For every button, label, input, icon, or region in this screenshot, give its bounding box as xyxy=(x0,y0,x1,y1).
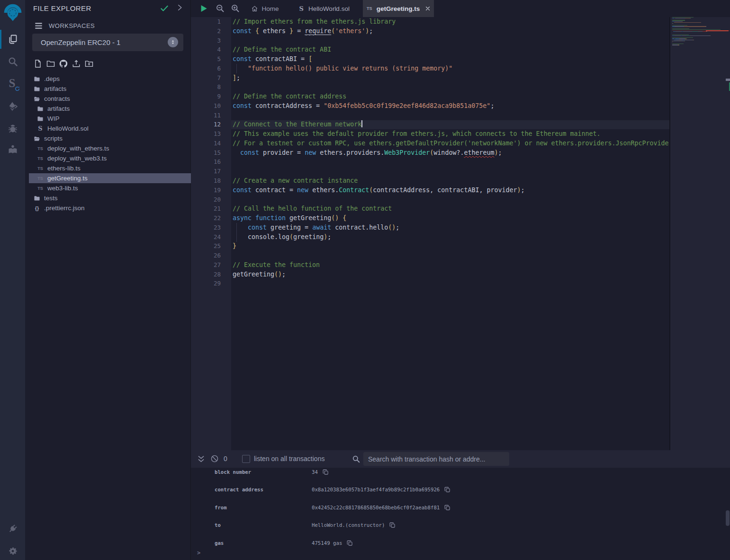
overview-ruler-marker xyxy=(726,79,730,81)
line-number: 8 xyxy=(191,82,231,92)
code-line-10[interactable]: const contractAddress = "0xb54febb5c0c0f… xyxy=(233,101,669,111)
code-area[interactable]: // Import ethers from the ethers.js libr… xyxy=(233,17,669,450)
terminal-row-to: toHelloWorld.(constructor) xyxy=(191,521,730,530)
copy-icon[interactable] xyxy=(323,469,329,475)
tab-getgreeting-ts[interactable]: TSgetGreeting.ts xyxy=(363,0,434,17)
hamburger-menu-icon[interactable] xyxy=(34,21,43,29)
zoom-in-icon[interactable] xyxy=(230,3,240,13)
plugin-manager-icon[interactable] xyxy=(0,518,25,540)
create-new-file-icon[interactable] xyxy=(33,59,43,69)
terminal-scrollbar-thumb[interactable] xyxy=(726,510,730,526)
code-line-8[interactable] xyxy=(233,82,669,92)
terminal-row-value: HelloWorld.(constructor) xyxy=(312,522,396,528)
create-new-folder-icon[interactable] xyxy=(46,59,55,69)
copy-icon[interactable] xyxy=(389,522,396,528)
expand-terminal-icon[interactable] xyxy=(197,454,206,463)
close-tab-icon[interactable] xyxy=(424,5,431,12)
tree-item-deploy-with-ethers-ts[interactable]: TSdeploy_with_ethers.ts xyxy=(29,143,191,153)
code-line-4[interactable]: // Define the contract ABI xyxy=(233,45,669,54)
terminal-row-value: 34 xyxy=(312,469,329,475)
terminal-prompt[interactable]: > xyxy=(197,550,200,556)
code-line-24[interactable]: console.log(greeting); xyxy=(233,232,669,242)
code-line-5[interactable]: const contractABI = [ xyxy=(233,54,669,64)
code-line-22[interactable]: async function getGreeting() { xyxy=(233,213,669,223)
code-line-6[interactable]: "function hello() public view returns (s… xyxy=(233,64,669,73)
tree-item-helloworld-sol[interactable]: SHelloWorld.sol xyxy=(29,124,191,133)
line-number: 1 xyxy=(191,17,231,27)
listen-transactions-checkbox[interactable] xyxy=(242,455,250,463)
chevron-right-icon[interactable] xyxy=(175,3,184,13)
tree-item-label: artifacts xyxy=(44,85,66,92)
code-line-18[interactable]: // Create a new contract instance xyxy=(233,176,669,186)
code-line-17[interactable] xyxy=(233,167,669,176)
terminal-search-input[interactable] xyxy=(363,452,509,466)
folder-open-icon xyxy=(33,135,41,142)
zoom-out-icon[interactable] xyxy=(215,3,225,13)
code-line-20[interactable] xyxy=(233,195,669,204)
code-line-1[interactable]: // Import ethers from the ethers.js libr… xyxy=(233,17,669,27)
tree-item-artifacts[interactable]: artifacts xyxy=(29,84,191,94)
learneth-icon[interactable] xyxy=(0,139,25,160)
load-from-folder-icon[interactable] xyxy=(84,59,94,69)
tree-item-ethers-lib-ts[interactable]: TSethers-lib.ts xyxy=(29,163,191,173)
code-line-9[interactable]: // Define the contract address xyxy=(233,92,669,101)
typescript-file-icon: TS xyxy=(36,145,44,152)
tree-item--prettierrc-json[interactable]: {}.prettierrc.json xyxy=(29,203,191,213)
file-explorer-icon[interactable] xyxy=(0,29,25,50)
code-line-15[interactable]: const provider = new ethers.providers.We… xyxy=(233,148,669,158)
copy-icon[interactable] xyxy=(347,540,353,546)
tree-item-scripts[interactable]: scripts xyxy=(29,133,191,143)
code-line-29[interactable] xyxy=(233,279,669,288)
code-line-25[interactable]: } xyxy=(233,241,669,251)
line-number: 14 xyxy=(191,139,231,148)
minimap[interactable] xyxy=(672,17,730,112)
tree-item-contracts[interactable]: contracts xyxy=(29,94,191,104)
code-line-12[interactable]: // Connect to the Ethereum network xyxy=(233,120,669,129)
workspace-select[interactable]: OpenZeppelin ERC20 - 1 xyxy=(32,34,183,51)
search-icon[interactable] xyxy=(0,51,25,72)
run-script-button[interactable] xyxy=(199,4,208,13)
copy-icon[interactable] xyxy=(444,487,451,493)
code-line-7[interactable]: ]; xyxy=(233,73,669,83)
clone-git-repository-icon[interactable] xyxy=(59,59,68,69)
clear-console-icon[interactable] xyxy=(210,454,219,463)
code-line-23[interactable]: const greeting = await contract.hello(); xyxy=(233,223,669,232)
code-line-27[interactable]: // Execute the function xyxy=(233,260,669,270)
code-line-26[interactable] xyxy=(233,251,669,260)
remix-logo-icon[interactable] xyxy=(0,2,25,23)
tab-helloworld-sol[interactable]: SHelloWorld.sol xyxy=(293,0,354,17)
debugger-icon[interactable] xyxy=(0,118,25,139)
code-line-21[interactable]: // Call the hello function of the contra… xyxy=(233,204,669,213)
code-line-13[interactable]: // This example uses the default provide… xyxy=(233,129,669,139)
workspace-switch-icon[interactable] xyxy=(168,37,178,47)
tree-item-web3-lib-ts[interactable]: TSweb3-lib.ts xyxy=(29,183,191,193)
solidity-compiler-icon[interactable]: S xyxy=(0,74,25,95)
tab-label: getGreeting.ts xyxy=(377,5,420,12)
tree-item-getgreeting-ts[interactable]: TSgetGreeting.ts xyxy=(29,173,191,183)
code-line-14[interactable]: // For a testnet or custom RPC, use ethe… xyxy=(233,139,669,148)
code-line-3[interactable] xyxy=(233,36,669,45)
code-line-28[interactable]: getGreeting(); xyxy=(233,270,669,279)
indent-guide xyxy=(236,232,237,242)
deploy-run-icon[interactable] xyxy=(0,96,25,117)
line-number: 25 xyxy=(191,241,231,251)
tab-home[interactable]: Home xyxy=(244,0,286,17)
code-line-2[interactable]: const { ethers } = require('ethers'); xyxy=(233,27,669,36)
tree-item-wip[interactable]: WIP xyxy=(29,114,191,124)
activity-bar: S xyxy=(0,0,25,560)
copy-icon[interactable] xyxy=(444,505,451,511)
check-icon[interactable] xyxy=(160,3,169,13)
tree-item--deps[interactable]: .deps xyxy=(29,74,191,84)
line-number: 16 xyxy=(191,157,231,167)
tree-item-artifacts[interactable]: artifacts xyxy=(29,104,191,114)
code-line-19[interactable]: const contract = new ethers.Contract(con… xyxy=(233,186,669,195)
line-number: 21 xyxy=(191,204,231,213)
code-line-11[interactable] xyxy=(233,111,669,120)
upload-files-icon[interactable] xyxy=(72,59,81,69)
tree-item-deploy-with-web3-ts[interactable]: TSdeploy_with_web3.ts xyxy=(29,153,191,163)
line-number: 28 xyxy=(191,270,231,279)
code-line-16[interactable] xyxy=(233,157,669,167)
tree-item-tests[interactable]: tests xyxy=(29,193,191,203)
settings-icon[interactable] xyxy=(0,540,25,560)
solidity-file-icon: S xyxy=(297,5,305,12)
